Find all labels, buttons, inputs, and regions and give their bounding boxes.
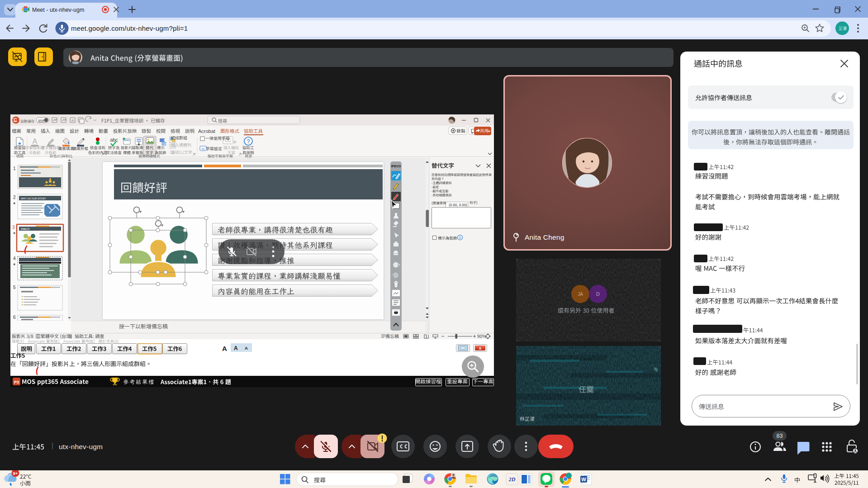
svg-text:D: D (596, 291, 600, 297)
svg-text:83: 83 (777, 433, 783, 439)
svg-text:A: A (33, 137, 38, 145)
svg-text:WHY US OUR STORY: WHY US OUR STORY (21, 197, 46, 200)
svg-text:6: 6 (13, 315, 16, 320)
svg-text:3: 3 (12, 225, 15, 230)
svg-text:abc: abc (110, 137, 118, 142)
svg-text:★: ★ (13, 231, 16, 235)
svg-text:?: ? (247, 138, 250, 145)
svg-text:cc: cc (202, 147, 205, 150)
svg-text:A: A (71, 118, 74, 123)
svg-text:A: A (222, 345, 227, 352)
svg-text:2: 2 (13, 195, 16, 200)
svg-text:4: 4 (13, 256, 16, 261)
svg-text:★: ★ (13, 262, 16, 266)
svg-text:IPEVO: IPEVO (391, 165, 401, 168)
svg-text:2D: 2D (508, 476, 516, 483)
svg-text:1: 1 (13, 166, 16, 171)
svg-text:JA: JA (578, 292, 583, 297)
svg-text:x: x (479, 346, 481, 351)
svg-text:A: A (245, 346, 248, 351)
svg-text:W: W (581, 477, 586, 482)
svg-text:回饋好評: 回饋好評 (21, 227, 30, 231)
svg-text:5: 5 (13, 285, 16, 290)
svg-text:P3: P3 (14, 380, 19, 384)
svg-text:A: A (234, 345, 238, 351)
svg-text:9+: 9+ (13, 471, 18, 476)
svg-text:★: ★ (13, 201, 16, 205)
